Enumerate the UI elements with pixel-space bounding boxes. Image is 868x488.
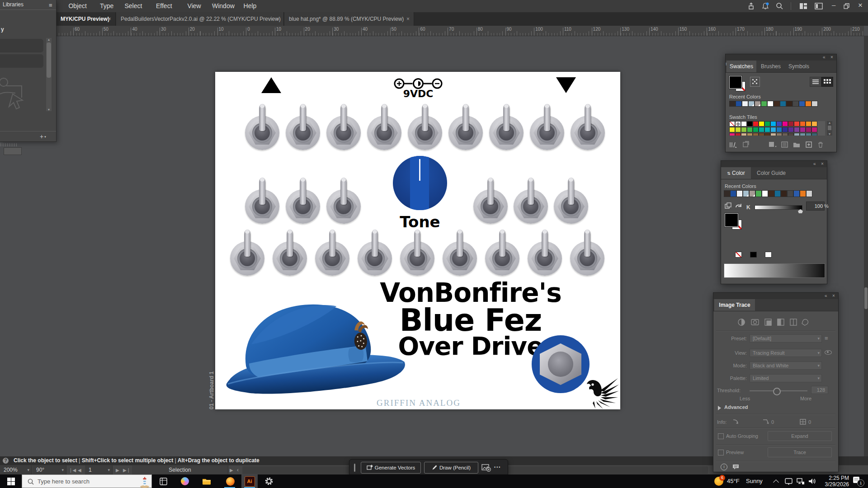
close-icon[interactable]: × <box>830 55 833 60</box>
color-swatch[interactable] <box>747 121 753 127</box>
blue-hat-image[interactable] <box>220 291 408 394</box>
add-library-button[interactable]: + ▾ <box>40 133 46 140</box>
toggle-switch-r3-9[interactable] <box>570 241 604 276</box>
toggle-switch-r1-7[interactable] <box>489 116 524 150</box>
menu-item-view[interactable]: View <box>183 0 206 12</box>
image-add-icon[interactable] <box>481 464 491 472</box>
advanced-disclosure-icon[interactable] <box>718 406 721 410</box>
toggle-switch-r3-8[interactable] <box>528 241 562 276</box>
tab-close-icon[interactable]: × <box>406 12 414 26</box>
color-swatch[interactable] <box>724 190 730 197</box>
advanced-label[interactable]: Advanced <box>724 404 748 410</box>
toggle-switch-r1-5[interactable] <box>408 116 442 150</box>
color-swatch[interactable] <box>753 121 759 127</box>
menu-item-type[interactable]: Type <box>95 0 118 12</box>
notification-center-icon[interactable]: 1 <box>853 476 864 487</box>
color-swatch[interactable] <box>793 190 800 197</box>
tab-image-trace[interactable]: Image Trace <box>714 299 755 311</box>
toggle-switch-r3-3[interactable] <box>315 241 349 276</box>
toggle-switch-r3-7[interactable] <box>485 241 519 276</box>
color-swatch[interactable] <box>741 121 747 127</box>
global-color-swatch[interactable] <box>748 101 755 107</box>
illustrator-taskbar-button[interactable]: Ai <box>241 474 258 488</box>
color-swatch[interactable] <box>742 101 748 107</box>
toggle-switch-r2-4[interactable] <box>473 189 508 224</box>
more-options-button[interactable]: ••• <box>494 465 501 469</box>
color-swatch[interactable] <box>780 101 786 107</box>
collapse-icon[interactable]: « <box>813 161 816 166</box>
toggle-switch-r2-6[interactable] <box>554 189 588 224</box>
tab-symbols[interactable]: Symbols <box>785 61 812 72</box>
task-view-button[interactable] <box>156 474 171 488</box>
toggle-switch-r1-3[interactable] <box>326 116 361 150</box>
close-icon[interactable]: × <box>832 293 835 298</box>
zoom-level-select[interactable]: 200%▾ <box>0 465 32 475</box>
color-swatch[interactable] <box>764 133 770 136</box>
menu-item-effect[interactable]: Effect <box>151 0 177 12</box>
color-swatch[interactable] <box>755 190 762 197</box>
color-swatch[interactable] <box>788 127 794 132</box>
document-tab-3[interactable]: blue hat.png* @ 88.89 % (CMYK/CPU Previe… <box>284 12 414 26</box>
tab-swatches[interactable]: Swatches <box>726 61 756 72</box>
color-swatch[interactable] <box>729 127 735 132</box>
trace-field-mode[interactable]: Black and White▾ <box>750 361 822 370</box>
help-icon[interactable]: ? <box>3 458 9 464</box>
menu-item-object[interactable]: Object <box>63 0 91 12</box>
file-explorer-icon[interactable] <box>199 474 214 488</box>
libraries-filter-box[interactable] <box>0 54 43 68</box>
none-chip[interactable] <box>735 252 742 258</box>
expand-button[interactable]: Expand <box>768 431 832 441</box>
delete-swatch-icon[interactable] <box>817 141 824 148</box>
toggle-switch-r3-5[interactable] <box>400 241 434 276</box>
info-circle-icon[interactable]: i <box>721 464 727 470</box>
global-color-swatch[interactable] <box>749 190 755 197</box>
none-swatch[interactable] <box>729 121 735 127</box>
minimize-button[interactable]: – <box>832 1 835 9</box>
tray-chevron-up-icon[interactable] <box>773 479 779 485</box>
threshold-slider-handle[interactable] <box>773 388 781 395</box>
color-swatch[interactable] <box>759 127 764 132</box>
global-color-swatch[interactable] <box>755 101 761 107</box>
color-swatch[interactable] <box>764 121 770 127</box>
scroll-left-arrow[interactable]: ‹ <box>237 465 239 475</box>
color-swatch[interactable] <box>776 133 782 136</box>
color-swatch[interactable] <box>776 127 782 132</box>
copilot-icon[interactable] <box>177 474 193 488</box>
color-swatch[interactable] <box>767 101 774 107</box>
color-swatch[interactable] <box>770 127 776 132</box>
document-tab-2[interactable]: PedalBuildersVectorPackv2.0.ai @ 22.22 %… <box>116 12 284 26</box>
color-swatch[interactable] <box>811 121 817 127</box>
panel-menu-icon[interactable]: ≡ <box>49 2 52 9</box>
color-swatch[interactable] <box>806 190 812 197</box>
color-swatch[interactable] <box>782 127 788 132</box>
color-swatch[interactable] <box>800 133 806 136</box>
toggle-switch-r2-2[interactable] <box>286 189 320 224</box>
stomp-triangle-up[interactable] <box>261 77 281 93</box>
grid-view-button[interactable] <box>821 77 833 87</box>
color-swatch[interactable] <box>806 127 811 132</box>
collapse-icon[interactable]: « <box>825 293 827 298</box>
search-icon[interactable] <box>776 2 783 10</box>
last-artboard-button[interactable]: ▶❘ <box>123 465 130 475</box>
footswitch-bolt[interactable] <box>532 335 590 393</box>
menu-item-help[interactable]: Help <box>239 0 262 12</box>
swatch-sync-icon[interactable] <box>742 141 750 148</box>
color-swatch[interactable] <box>729 101 736 107</box>
taskbar-search-box[interactable]: Type here to search <box>22 474 152 488</box>
menu-item-select[interactable]: Select <box>119 0 147 12</box>
new-swatch-icon[interactable] <box>805 141 813 148</box>
color-swatch[interactable] <box>800 121 806 127</box>
next-artboard-button[interactable]: ▶ <box>116 465 119 475</box>
drag-handle[interactable] <box>354 464 355 472</box>
color-swatch[interactable] <box>806 133 811 136</box>
scroll-down-icon[interactable]: ▼ <box>827 132 832 136</box>
fill-proxy[interactable] <box>729 76 742 89</box>
toggle-switch-r3-4[interactable] <box>358 241 392 276</box>
global-color-swatch[interactable] <box>743 190 749 197</box>
trace-field-palette[interactable]: Limited▾ <box>750 374 822 382</box>
vertical-scrollbar-thumb[interactable] <box>864 287 868 309</box>
color-swatch[interactable] <box>759 133 764 136</box>
color-swatch[interactable] <box>753 133 759 136</box>
tab-color[interactable]: ⇅ Color <box>721 167 751 179</box>
auto-grouping-checkbox[interactable] <box>718 433 724 439</box>
